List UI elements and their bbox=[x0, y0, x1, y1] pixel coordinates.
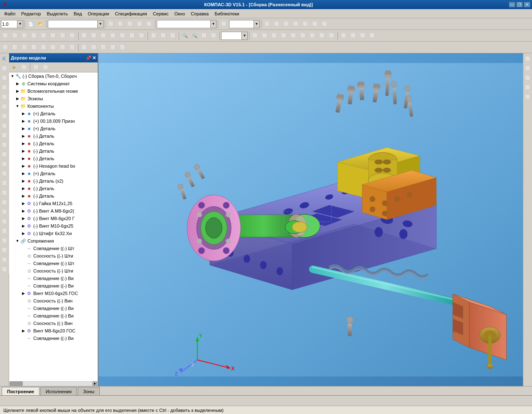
assembly-dropdown-arrow[interactable]: ▼ bbox=[211, 20, 217, 28]
tree-tb-btn3[interactable]: ⬜ bbox=[32, 63, 41, 72]
tree-scroll-thumb[interactable] bbox=[10, 382, 22, 386]
tool-btn1[interactable]: ⬜ bbox=[106, 20, 116, 29]
tb3-btn2[interactable]: ⬜ bbox=[10, 43, 20, 52]
lpt-btn3[interactable]: ⬜ bbox=[0, 73, 9, 82]
tb2-btn13[interactable]: ⬜ bbox=[118, 31, 127, 40]
list-item[interactable]: ↔ Совпадение ((-) Шт bbox=[9, 260, 98, 267]
restore-button[interactable]: ❐ bbox=[516, 2, 523, 7]
tb2-btn30[interactable]: ⬜ bbox=[349, 31, 358, 40]
zoom-combo[interactable]: 1.0 ▼ bbox=[1, 20, 23, 28]
lpt-btn19[interactable]: ⬜ bbox=[0, 226, 9, 236]
tb2-btn24[interactable]: ⬜ bbox=[289, 31, 298, 40]
tree-toggle-c13[interactable]: ▶ bbox=[21, 209, 26, 213]
tree-item-1[interactable]: ▶ 📁 Вспомогательная геоме bbox=[9, 87, 98, 95]
lpt-btn8[interactable]: ⬜ bbox=[0, 121, 9, 130]
tree-toggle-0[interactable]: ▶ bbox=[15, 82, 20, 86]
list-item[interactable]: ▶ ⚙ (-) Штифт 6x32.Хи bbox=[9, 230, 98, 237]
tree-item-2[interactable]: ▶ 📁 Эскизы bbox=[9, 95, 98, 102]
close-button[interactable]: ✕ bbox=[524, 2, 530, 7]
tree-tb-btn1[interactable]: ▶ bbox=[10, 63, 19, 72]
tb2-zoom-in[interactable]: 🔍 bbox=[190, 31, 199, 40]
list-item[interactable]: ▶ ■ (-) Деталь bbox=[9, 155, 98, 162]
render-btn4[interactable]: ⬜ bbox=[291, 20, 300, 29]
tab-build[interactable]: Построение bbox=[2, 387, 39, 395]
list-item[interactable]: ▶ ⚙ (-) Гайка М12х1,25 bbox=[9, 200, 98, 207]
render-btn5[interactable]: ⬜ bbox=[301, 20, 310, 29]
list-item[interactable]: ▶ ■ (-) Деталь bbox=[9, 147, 98, 155]
rt-btn5[interactable]: ⬜ bbox=[523, 92, 532, 102]
lpt-btn4[interactable]: ⬜ bbox=[0, 83, 9, 92]
list-item[interactable]: ▶ ■ (+) Деталь bbox=[9, 110, 98, 117]
list-item[interactable]: ↔ Совпадение ((-) Ви bbox=[9, 312, 98, 320]
list-item[interactable]: ↔ Совпадение ((-) Шт bbox=[9, 245, 98, 252]
list-item[interactable]: ▶ ⚙ Винт М8-6gx20 ГОС bbox=[9, 327, 98, 335]
tree-toggle-c6[interactable]: ▶ bbox=[21, 156, 26, 161]
tb3-btn13[interactable]: ⬜ bbox=[118, 43, 127, 52]
list-item[interactable]: ▶ ■ (-) Деталь bbox=[9, 185, 98, 192]
tree-toggle-c0[interactable]: ▶ bbox=[21, 112, 26, 116]
tree-toggle-c9[interactable]: ▶ bbox=[21, 179, 26, 183]
menu-editor[interactable]: Редактор bbox=[19, 10, 43, 17]
tb2-btn25[interactable]: ⬜ bbox=[298, 31, 308, 40]
open-button[interactable]: 📂 bbox=[36, 20, 45, 29]
rt-btn3[interactable]: ⬜ bbox=[523, 73, 532, 82]
render-btn1[interactable]: ⬜ bbox=[263, 20, 272, 29]
list-item[interactable]: ▶ ■ (+) Деталь bbox=[9, 170, 98, 177]
tb3-btn7[interactable]: ⬜ bbox=[58, 43, 67, 52]
view-mode-dropdown-arrow[interactable]: ▼ bbox=[254, 20, 260, 28]
tb3-btn3[interactable]: ⬜ bbox=[20, 43, 29, 52]
lpt-btn21[interactable]: ⬜ bbox=[0, 245, 9, 255]
tree-toggle-1[interactable]: ▶ bbox=[15, 89, 20, 93]
list-item[interactable]: ↔ Совпадение ((-) Ви bbox=[9, 282, 98, 290]
tb3-btn9[interactable]: ⬜ bbox=[80, 43, 89, 52]
tb2-btn28[interactable]: ⬜ bbox=[327, 31, 336, 40]
assembly-input[interactable]: (-) Сборка (Тел-0, ( bbox=[157, 20, 211, 28]
tb3-btn11[interactable]: ⬜ bbox=[99, 43, 108, 52]
tree-pin-button[interactable]: 📌 bbox=[86, 55, 91, 61]
tab-versions[interactable]: Исполнения bbox=[40, 387, 77, 395]
render-btn6[interactable]: ⬜ bbox=[310, 20, 320, 29]
menu-view[interactable]: Вид bbox=[71, 10, 84, 17]
tree-toggle-c7[interactable]: ▶ bbox=[21, 164, 26, 168]
list-item[interactable]: ▶ ⚙ (-) Винт М10-6gx25 bbox=[9, 222, 98, 230]
tb2-btn18[interactable]: ⬜ bbox=[168, 31, 177, 40]
tree-scroll-right[interactable]: ▶ bbox=[93, 382, 97, 386]
lpt-btn18[interactable]: ⬜ bbox=[0, 217, 9, 226]
layer-dropdown-arrow[interactable]: ▼ bbox=[98, 20, 103, 28]
tree-toggle-c12[interactable]: ▶ bbox=[21, 201, 26, 206]
rt-btn4[interactable]: ⬜ bbox=[523, 83, 532, 92]
tb2-btn15[interactable]: ⬜ bbox=[137, 31, 146, 40]
tree-toggle-c5[interactable]: ▶ bbox=[21, 149, 26, 153]
list-item[interactable]: ▶ ■ (-) Деталь bbox=[9, 140, 98, 147]
zoom-dropdown-arrow[interactable]: ▼ bbox=[17, 20, 23, 28]
tree-root[interactable]: ▼ 🔧 (-) Сборка (Тел-0, Сбороч bbox=[9, 72, 98, 80]
tree-toggle-c10[interactable]: ▶ bbox=[21, 186, 26, 191]
rt-btn2[interactable]: ⬜ bbox=[523, 64, 532, 73]
menu-help[interactable]: Справка bbox=[188, 10, 211, 17]
lpt-btn10[interactable]: ⬜ bbox=[0, 140, 9, 149]
viewport[interactable]: Y X Z 2 bbox=[99, 53, 523, 386]
tb2-btn20[interactable]: ⬜ bbox=[251, 31, 260, 40]
zoom-val-input[interactable]: 0.5625 bbox=[221, 32, 242, 40]
lpt-btn12[interactable]: ⬜ bbox=[0, 159, 9, 169]
render-btn2[interactable]: ⬜ bbox=[272, 20, 281, 29]
list-item[interactable]: ▶ ⚙ Винт М10-6gx25 ГОС bbox=[9, 290, 98, 297]
tree-item-constraints[interactable]: ▼ 🔗 Сопряжения bbox=[9, 237, 98, 245]
menu-service[interactable]: Сервис bbox=[150, 10, 171, 17]
menu-window[interactable]: Окно bbox=[172, 10, 187, 17]
lpt-btn15[interactable]: ⬜ bbox=[0, 188, 9, 197]
tb2-zoom-out[interactable]: 🔍 bbox=[180, 31, 190, 40]
tb2-btn12[interactable]: ⬜ bbox=[108, 31, 118, 40]
list-item[interactable]: ▶ ■ (-) Hexagon head bo bbox=[9, 162, 98, 170]
list-item[interactable]: ▶ ■ (+) Деталь bbox=[9, 125, 98, 132]
tb2-btn3[interactable]: ⬜ bbox=[20, 31, 29, 40]
tool-btn4[interactable]: ⬜ bbox=[135, 20, 144, 29]
lpt-btn22[interactable]: ⬜ bbox=[0, 255, 9, 264]
tree-toggle-c15[interactable]: ▶ bbox=[21, 224, 26, 228]
list-item[interactable]: ⊙ Соосность ((-) Вин bbox=[9, 297, 98, 305]
lpt-btn1[interactable]: K bbox=[0, 54, 9, 63]
list-item[interactable]: ▶ ■ (-) Деталь bbox=[9, 132, 98, 140]
render-btn3[interactable]: ⬜ bbox=[282, 20, 291, 29]
list-item[interactable]: ▶ ■ (-) Деталь (x2) bbox=[9, 177, 98, 185]
tree-toggle-2[interactable]: ▶ bbox=[15, 97, 20, 101]
